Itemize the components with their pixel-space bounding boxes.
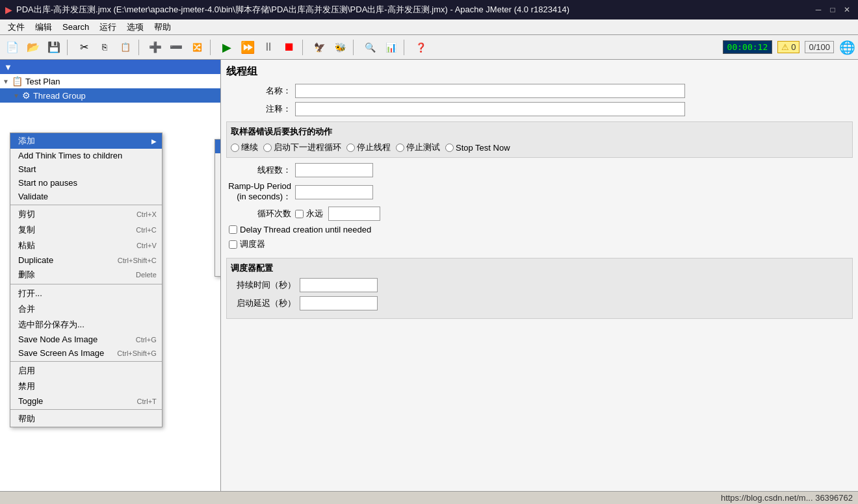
remote-stop-button[interactable]: 🐝 — [330, 38, 350, 57]
ctx-item-start-no-pauses[interactable]: Start no pauses — [10, 176, 162, 190]
start-delay-row: 启动延迟（秒） — [231, 296, 848, 310]
ctx-label-add-think-times: Add Think Times to children — [18, 151, 122, 160]
ctx-item-cut[interactable]: 剪切 Ctrl+X — [10, 207, 162, 222]
radio-next-loop-input[interactable] — [263, 144, 272, 152]
search-button[interactable]: 🔍 — [360, 38, 380, 57]
ctx-item-post-processor[interactable]: 后置处理器 ▶ — [215, 184, 221, 200]
radio-stop-now-input[interactable] — [445, 144, 454, 152]
loop-forever-checkbox[interactable] — [295, 210, 304, 218]
navigate-button[interactable]: 🔀 — [187, 38, 207, 57]
copy-button[interactable]: ⎘ — [95, 38, 114, 57]
menu-edit[interactable]: 编辑 — [30, 20, 57, 34]
menu-search[interactable]: Search — [57, 21, 94, 33]
name-input[interactable] — [295, 84, 685, 98]
duration-input[interactable] — [300, 278, 378, 292]
ctx-item-toggle[interactable]: Toggle Ctrl+T — [10, 394, 162, 408]
ctx-sep-4 — [10, 409, 162, 410]
radio-next-loop[interactable]: 启动下一进程循环 — [263, 142, 341, 153]
context-menu-2: Sampler ▶ 逻辑控制器 ▶ 前置处理器 ▶ 后置处理器 ▶ 断言 ▶ 定… — [214, 139, 221, 277]
ctx-item-duplicate[interactable]: Duplicate Ctrl+Shift+C — [10, 253, 162, 267]
new-button[interactable]: 📄 — [3, 38, 22, 57]
radio-stop-thread-label: 停止线程 — [357, 142, 391, 153]
action-section: 取样器错误后要执行的动作 继续 启动下一进程循环 停止线程 停止测试 — [226, 121, 853, 158]
tree-header-label: ▼ — [4, 62, 12, 72]
ctx-item-open[interactable]: 打开... — [10, 286, 162, 301]
collapse-button[interactable]: ➖ — [166, 38, 186, 57]
ctx-item-test-fragment[interactable]: Test Fragment ▶ — [215, 231, 221, 245]
ctx-item-validate[interactable]: Validate — [10, 190, 162, 203]
rampup-label: Ramp-Up Period (in seconds)： — [226, 181, 291, 203]
minimize-button[interactable]: ─ — [812, 4, 824, 16]
ctx-item-add[interactable]: 添加 ▶ — [10, 133, 162, 149]
run-button[interactable]: ▶ — [217, 38, 237, 57]
loop-forever-label: 永远 — [306, 208, 323, 220]
loop-count-input[interactable] — [328, 207, 380, 221]
clear-all-button[interactable]: 📊 — [381, 38, 400, 57]
menu-run[interactable]: 运行 — [94, 20, 122, 34]
ctx-item-listener[interactable]: 监听器 ▶ — [215, 260, 221, 276]
ctx-item-save-part[interactable]: 选中部分保存为... — [10, 317, 162, 333]
save-button[interactable]: 💾 — [44, 38, 64, 57]
ctx-item-save-node-image[interactable]: Save Node As Image Ctrl+G — [10, 333, 162, 346]
tree-item-test-plan[interactable]: ▼ 📋 Test Plan — [0, 74, 220, 88]
threads-input[interactable] — [295, 163, 373, 177]
stop-hard-button[interactable]: ⏹ — [280, 38, 299, 57]
thread-group-label: Thread Group — [33, 91, 86, 101]
tree-item-thread-group[interactable]: ▼ ⚙ Thread Group — [0, 88, 220, 103]
toolbar-sep-2 — [138, 40, 142, 55]
menu-options[interactable]: 选项 — [122, 20, 149, 34]
ctx-item-config-element[interactable]: 配置元件 ▶ — [215, 245, 221, 260]
ctx-label-save-screen-image: Save Screen As Image — [18, 348, 104, 358]
scheduler-config-title: 调度器配置 — [231, 263, 273, 273]
ctx-item-assertion[interactable]: 断言 ▶ — [215, 200, 221, 216]
radio-next-loop-label: 启动下一进程循环 — [274, 142, 341, 153]
ctx-item-pre-processor[interactable]: 前置处理器 ▶ — [215, 169, 221, 184]
ctx-item-timer[interactable]: 定时器 ▶ — [215, 216, 221, 231]
start-delay-input[interactable] — [300, 296, 378, 310]
comment-input[interactable] — [295, 102, 685, 116]
scheduler-checkbox[interactable] — [229, 240, 237, 249]
right-panel: 线程组 名称： 注释： 取样器错误后要执行的动作 继续 启动下一进程循环 — [221, 60, 858, 491]
ctx-label-open: 打开... — [18, 288, 42, 299]
cut-button[interactable]: ✂ — [74, 38, 94, 57]
ctx-item-add-think-times[interactable]: Add Think Times to children — [10, 149, 162, 162]
radio-continue[interactable]: 继续 — [231, 142, 258, 153]
ctx-label-copy: 复制 — [18, 224, 35, 236]
paste-button[interactable]: 📋 — [116, 38, 135, 57]
remote-start-button[interactable]: 🦅 — [309, 38, 329, 57]
radio-stop-test[interactable]: 停止测试 — [396, 142, 440, 153]
rampup-input[interactable] — [295, 185, 373, 199]
ctx-item-help[interactable]: 帮助 — [10, 411, 162, 427]
radio-stop-thread[interactable]: 停止线程 — [346, 142, 391, 153]
menu-file[interactable]: 文件 — [3, 20, 30, 34]
menu-help[interactable]: 帮助 — [149, 20, 176, 34]
expand-button[interactable]: ➕ — [146, 38, 165, 57]
delay-thread-checkbox[interactable] — [229, 225, 237, 234]
ctx-shortcut-toggle: Ctrl+T — [137, 397, 157, 405]
ctx-item-merge[interactable]: 合并 — [10, 301, 162, 317]
ctx-item-paste[interactable]: 粘贴 Ctrl+V — [10, 238, 162, 253]
ctx-item-copy[interactable]: 复制 Ctrl+C — [10, 222, 162, 238]
ctx-item-enable[interactable]: 启用 — [10, 363, 162, 379]
radio-stop-now[interactable]: Stop Test Now — [445, 143, 510, 153]
loop-label: 循环次数 — [226, 208, 291, 220]
ctx-item-disable[interactable]: 禁用 — [10, 379, 162, 394]
ctx-item-save-screen-image[interactable]: Save Screen As Image Ctrl+Shift+G — [10, 346, 162, 360]
run-no-pause-button[interactable]: ⏩ — [238, 38, 257, 57]
help-button[interactable]: ❓ — [411, 38, 430, 57]
close-button[interactable]: ✕ — [841, 4, 853, 16]
ctx-item-start[interactable]: Start — [10, 162, 162, 176]
radio-stop-thread-input[interactable] — [346, 144, 355, 152]
ctx-item-logic-controller[interactable]: 逻辑控制器 ▶ — [215, 153, 221, 169]
ctx-item-sampler[interactable]: Sampler ▶ — [215, 140, 221, 153]
ctx-item-delete[interactable]: 删除 Delete — [10, 267, 162, 283]
stop-button[interactable]: ⏸ — [259, 38, 278, 57]
radio-stop-test-input[interactable] — [396, 144, 404, 152]
radio-continue-input[interactable] — [231, 144, 239, 152]
open-button[interactable]: 📂 — [23, 38, 43, 57]
ctx-label-paste: 粘贴 — [18, 240, 35, 251]
name-row: 名称： — [226, 84, 853, 98]
maximize-button[interactable]: □ — [827, 4, 838, 16]
ctx-sep-2 — [10, 284, 162, 284]
context-menu-1: 添加 ▶ Add Think Times to children Start S… — [10, 132, 162, 427]
